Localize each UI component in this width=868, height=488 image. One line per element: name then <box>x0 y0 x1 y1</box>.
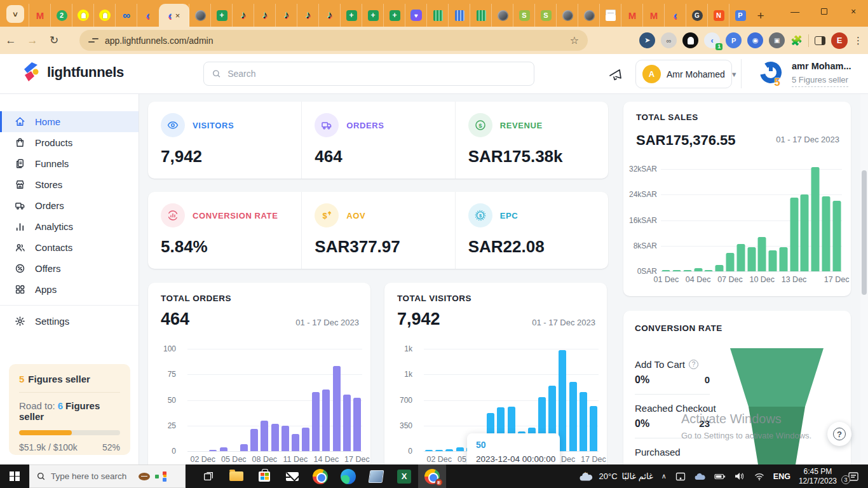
link-extension-icon[interactable]: ∞ <box>661 32 677 48</box>
pinned-tab-dark-g[interactable]: G <box>686 4 708 27</box>
pinned-tab-tiktok[interactable]: ♪ <box>297 4 319 27</box>
url-text[interactable]: app.lightfunnels.com/admin <box>105 36 213 46</box>
org-chart-icon[interactable] <box>155 471 166 482</box>
pinned-tab-snap[interactable] <box>94 4 116 27</box>
chart-bar[interactable] <box>569 382 577 451</box>
sidebar-item-settings[interactable]: Settings <box>0 311 139 332</box>
reload-button[interactable]: ↻ <box>43 34 65 47</box>
taskbar-search-input[interactable] <box>51 471 133 481</box>
media-app-button[interactable] <box>362 464 390 488</box>
pinned-tab-heart[interactable]: ♥ <box>405 4 427 27</box>
account-level-link[interactable]: 5 Figures seller <box>792 75 848 87</box>
back-button[interactable]: ← <box>0 34 22 47</box>
chart-bar[interactable] <box>758 237 766 271</box>
pinned-tab-orange-n[interactable]: N <box>708 4 729 27</box>
chart-bar[interactable] <box>736 244 745 271</box>
edge-button[interactable] <box>334 464 362 488</box>
pinned-tab-tiktok[interactable]: ♪ <box>319 4 341 27</box>
pinned-tab-sheets[interactable]: + <box>362 4 384 27</box>
pinned-tab-sheets[interactable]: + <box>341 4 362 27</box>
pinned-tab-meta[interactable]: ∞ <box>116 4 137 27</box>
clock[interactable]: 6:45 PM 12/17/2023 <box>799 467 837 486</box>
chart-bar[interactable] <box>559 350 566 451</box>
active-tab[interactable]: ‹× <box>159 4 189 27</box>
sidebar-item-analytics[interactable]: Analytics <box>0 216 139 237</box>
chart-bar[interactable] <box>747 247 756 271</box>
pinned-tab-stripes-green[interactable] <box>470 4 492 27</box>
p-extension-icon[interactable]: P <box>726 32 742 48</box>
chart-bar[interactable] <box>261 421 268 451</box>
pinned-tab-shopify[interactable]: S <box>535 4 557 27</box>
ghost-extension-icon[interactable] <box>682 32 698 48</box>
chart-bar[interactable] <box>220 447 227 451</box>
cloud-sync-icon[interactable] <box>695 473 706 480</box>
pinned-tab-globe[interactable] <box>557 4 578 27</box>
chart-bar[interactable] <box>435 450 443 451</box>
football-icon[interactable] <box>139 473 150 480</box>
browser-profile-avatar[interactable]: E <box>831 32 848 49</box>
help-button[interactable]: ? <box>827 422 851 446</box>
chart-bar[interactable] <box>312 392 320 451</box>
pinned-tab-gmail[interactable]: M <box>621 4 643 27</box>
pinned-tab-tiktok[interactable]: ♪ <box>276 4 297 27</box>
browser-menu-icon[interactable]: ⋮ <box>853 35 863 46</box>
pinned-tab-globe[interactable] <box>578 4 600 27</box>
chart-bar[interactable] <box>673 270 681 271</box>
chart-bar[interactable] <box>822 196 830 271</box>
file-explorer-button[interactable] <box>222 464 250 488</box>
tray-expand-chevron[interactable]: ∧ <box>661 472 667 480</box>
chart-bar[interactable] <box>322 390 330 451</box>
task-view-button[interactable] <box>194 464 222 488</box>
chart-bar[interactable] <box>353 398 361 451</box>
pinned-tab-doc[interactable] <box>600 4 621 27</box>
chart-bar[interactable] <box>790 198 798 271</box>
chart-bar[interactable] <box>456 447 464 451</box>
site-info-icon[interactable] <box>88 36 98 46</box>
extensions-puzzle-icon[interactable]: 🧩 <box>790 35 803 46</box>
badge-extension-icon[interactable]: ‹1 <box>704 32 720 48</box>
chart-bar[interactable] <box>271 424 279 451</box>
speaker-icon[interactable] <box>734 472 745 480</box>
minimize-button[interactable]: — <box>780 0 810 23</box>
chart-bar[interactable] <box>343 395 351 451</box>
pinned-tab-gmail[interactable]: M <box>643 4 665 27</box>
new-tab-button[interactable]: + <box>751 5 770 27</box>
mail-button[interactable] <box>278 464 306 488</box>
weather-widget[interactable]: 20°C غائم غالبًا <box>579 471 653 482</box>
sidebar-item-funnels[interactable]: Funnels <box>0 153 139 174</box>
date-range[interactable]: 01 - 17 Dec 2023 <box>532 318 595 327</box>
pinned-tab-tiktok[interactable]: ♪ <box>254 4 276 27</box>
gray-extension-icon[interactable]: ▣ <box>769 32 785 48</box>
chart-bar[interactable] <box>590 406 597 451</box>
chart-bar[interactable] <box>694 268 702 271</box>
chart-bar[interactable] <box>580 392 587 451</box>
chart-bar[interactable] <box>240 444 248 451</box>
chart-bar[interactable] <box>662 270 670 271</box>
store-button[interactable] <box>250 464 278 488</box>
sidebar-item-products[interactable]: Products <box>0 132 139 153</box>
chart-bar[interactable] <box>769 250 777 271</box>
chart-bar[interactable] <box>715 265 724 271</box>
lightfunnels-logo[interactable]: lightfunnels <box>22 62 124 83</box>
page-scrollbar[interactable] <box>860 94 868 464</box>
battery-icon[interactable] <box>714 473 726 480</box>
chart-bar[interactable] <box>209 450 217 451</box>
pinned-tab-globe[interactable] <box>189 4 211 27</box>
start-button[interactable] <box>0 464 29 488</box>
language-indicator[interactable]: ENG <box>773 472 790 481</box>
wifi-icon[interactable] <box>754 473 765 480</box>
sidebar-item-offers[interactable]: Offers <box>0 258 139 279</box>
sidebar-item-stores[interactable]: Stores <box>0 174 139 195</box>
help-icon[interactable]: ? <box>689 360 698 369</box>
pinned-tab-lf[interactable]: ‹ <box>137 4 159 27</box>
user-menu[interactable]: A Amr Mohamed ▼ <box>635 60 732 88</box>
chart-bar[interactable] <box>281 426 289 451</box>
date-range[interactable]: 01 - 17 Dec 2023 <box>776 135 839 144</box>
close-button[interactable]: × <box>839 0 868 23</box>
pinned-tab-stripes-green[interactable] <box>427 4 449 27</box>
address-bar[interactable]: app.lightfunnels.com/admin ☆ <box>79 30 588 51</box>
pinned-tab-globe[interactable] <box>492 4 513 27</box>
scrollbar-thumb[interactable] <box>862 170 867 295</box>
pinned-tab-sheets[interactable]: + <box>384 4 405 27</box>
pinned-tab-badge2[interactable]: 2 <box>51 4 72 27</box>
